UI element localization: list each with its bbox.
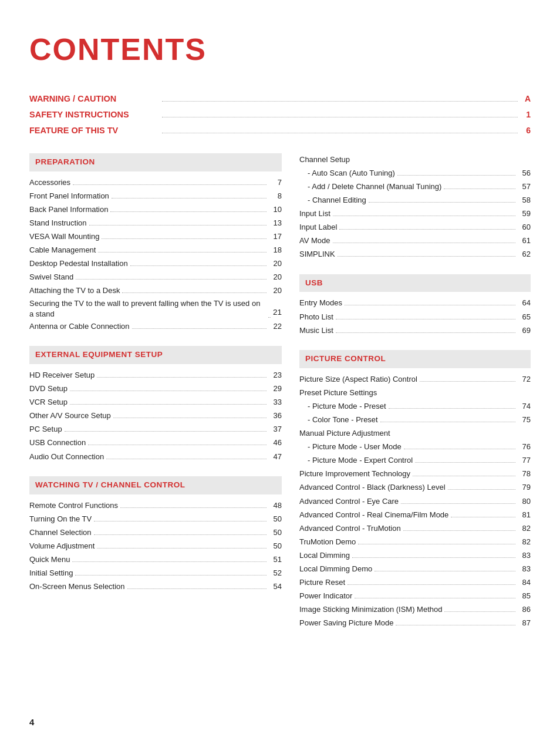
entry-page: 65 [518,311,531,324]
entry-page: 56 [518,167,531,180]
entry-label: - Picture Mode - Expert Control [299,454,413,467]
entry-label: Picture Improvement Technology [299,467,410,480]
entry-label: Power Saving Picture Mode [299,617,393,630]
entry-page: 20 [269,284,282,297]
entry-label: Music List [299,324,333,337]
entry-page: 60 [518,221,531,234]
entry-label: Advanced Control - TruMotion [299,522,401,535]
entry-label: Back Panel Information [29,203,108,216]
safety-label: SAFETY INSTRUCTIONS [29,107,158,122]
entry-page: 81 [518,509,531,521]
entry-label: - Auto Scan (Auto Tuning) [299,167,395,180]
entry-label: USB Connection [29,436,86,449]
entry-page: 23 [269,369,282,382]
entry-label: HD Receiver Setup [29,369,95,382]
top-entry-feature: FEATURE OF THIS TV 6 [29,123,531,138]
entry-label: Picture Reset [299,576,345,589]
entry-page: 86 [518,603,531,616]
entry-page: 50 [269,526,282,539]
list-item: Initial Setting 52 [29,567,282,580]
entry-label: Manual Picture Adjustment [299,427,390,440]
list-item: Picture Size (Aspect Ratio) Control 72 [299,373,531,386]
page-number: 4 [29,715,34,730]
entry-label: Local Dimming Demo [299,563,372,576]
warning-dots [162,101,518,102]
entry-page: 33 [269,396,282,409]
entry-page: 83 [518,563,531,576]
entry-label: Attaching the TV to a Desk [29,284,120,297]
entry-page: 64 [518,297,531,309]
entry-page: 76 [518,440,531,453]
entry-page: 82 [518,536,531,549]
entry-label: SIMPLINK [299,248,335,261]
entry-label: - Picture Mode - Preset [299,400,386,413]
entry-page: 48 [269,499,282,512]
entry-page: 13 [269,217,282,230]
entry-label: Entry Modes [299,297,342,309]
entry-label: Securing the TV to the wall to prevent f… [29,298,266,319]
section-header-watching: WATCHING TV / CHANNEL CONTROL [29,476,282,494]
entry-label: Initial Setting [29,567,73,580]
right-column: Channel Setup - Auto Scan (Auto Tuning) … [299,153,531,643]
entry-label: Power Indicator [299,590,352,603]
section-preparation: PREPARATION Accessories 7 Front Panel In… [29,153,282,333]
list-item: Image Sticking Minimization (ISM) Method… [299,603,531,616]
entry-label: Advanced Control - Real Cinema/Film Mode [299,509,448,521]
entry-page: 22 [269,320,282,333]
list-item: Picture Improvement Technology 78 [299,467,531,480]
list-item: Antenna or Cable Connection 22 [29,320,282,333]
list-item: Advanced Control - Eye Care 80 [299,495,531,508]
section-header-usb: USB [299,274,531,292]
entry-page: 62 [518,248,531,261]
entry-label: Advanced Control - Eye Care [299,495,399,508]
top-entry-safety: SAFETY INSTRUCTIONS 1 [29,107,531,122]
entry-page: 87 [518,617,531,630]
section-header-external: EXTERNAL EQUIPMENT SETUP [29,346,282,364]
list-item: Quick Menu 51 [29,553,282,566]
entry-label: Local Dimming [299,549,350,562]
entry-label: Advanced Control - Black (Darkness) Leve… [299,481,446,494]
entry-page: 46 [269,436,282,449]
entry-page: 8 [269,190,282,203]
list-item: - Color Tone - Preset 75 [299,413,531,426]
list-item: - Picture Mode - Preset 74 [299,400,531,413]
safety-dots [162,117,518,117]
list-item: SIMPLINK 62 [299,248,531,261]
entry-label: VCR Setup [29,396,68,409]
feature-dots [162,133,518,133]
entry-label: Accessories [29,176,70,189]
entry-label: VESA Wall Mounting [29,230,99,243]
section-header-picture: PICTURE CONTROL [299,350,531,368]
entry-label: Turning On the TV [29,513,92,526]
entry-page: 50 [269,540,282,553]
entry-page: 78 [518,467,531,480]
section-picture-control: PICTURE CONTROL Picture Size (Aspect Rat… [299,350,531,630]
section-channel-setup: Channel Setup - Auto Scan (Auto Tuning) … [299,153,531,261]
top-entry-warning: WARNING / CAUTION A [29,92,531,106]
entry-page: 51 [269,553,282,566]
entry-page: 10 [269,203,282,216]
list-item: Advanced Control - Real Cinema/Film Mode… [299,509,531,521]
list-item: DVD Setup 29 [29,382,282,395]
entry-page: 80 [518,495,531,508]
list-item: Local Dimming Demo 83 [299,563,531,576]
feature-label: FEATURE OF THIS TV [29,123,158,138]
warning-label: WARNING / CAUTION [29,92,158,106]
entry-page: 47 [269,450,282,463]
entry-page: 29 [269,382,282,395]
entry-page: 61 [518,234,531,247]
entry-page: 82 [518,522,531,535]
entry-page: 18 [269,244,282,257]
list-item: Preset Picture Settings [299,386,531,399]
entry-label: Channel Setup [299,153,350,166]
feature-page: 6 [521,124,531,138]
list-item: Local Dimming 83 [299,549,531,562]
list-item: Turning On the TV 50 [29,513,282,526]
list-item: Input List 59 [299,207,531,220]
list-item: Channel Selection 50 [29,526,282,539]
list-item: Input Label 60 [299,221,531,234]
entry-label: TruMotion Demo [299,536,356,549]
list-item: - Picture Mode - User Mode 76 [299,440,531,453]
entry-label: Image Sticking Minimization (ISM) Method [299,603,442,616]
list-item: Cable Management 18 [29,244,282,257]
